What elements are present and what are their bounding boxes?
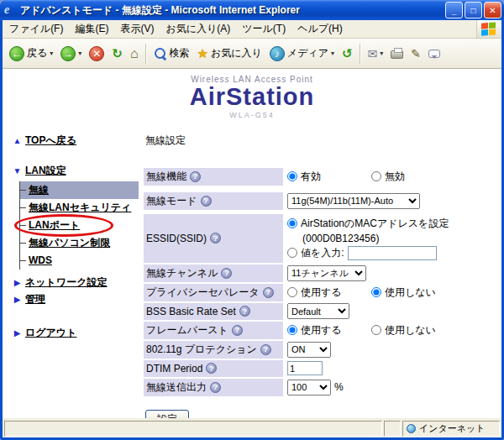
history-button[interactable]: ↺ bbox=[339, 45, 356, 63]
channel-select[interactable]: 11チャンネル bbox=[287, 265, 366, 281]
apply-button[interactable]: 設定 bbox=[145, 410, 189, 418]
privacy-use-radio[interactable] bbox=[287, 287, 297, 297]
home-button[interactable]: ⌂ bbox=[127, 45, 142, 63]
sidebar-item-wds[interactable]: WDS bbox=[20, 252, 139, 270]
menu-favorites[interactable]: お気に入り(A) bbox=[160, 20, 236, 38]
back-label: 戻る bbox=[27, 46, 47, 60]
help-icon[interactable]: ? bbox=[201, 196, 212, 207]
sidebar-top-label: TOPへ戻る bbox=[25, 134, 76, 148]
frameburst-nouse-label: 使用しない bbox=[385, 323, 436, 338]
help-icon[interactable]: ? bbox=[260, 344, 271, 355]
function-disabled-option[interactable]: 無効 bbox=[371, 170, 405, 184]
discuss-button[interactable] bbox=[425, 48, 444, 60]
privacy-use-option[interactable]: 使用する bbox=[287, 285, 368, 300]
frameburst-use-label: 使用する bbox=[301, 323, 342, 338]
triangle-right-icon: ▶ bbox=[13, 295, 22, 304]
row-bss-rate: BSS Basic Rate Set ? Default bbox=[144, 303, 495, 320]
search-button[interactable]: 検索 bbox=[150, 45, 193, 62]
txpower-unit: % bbox=[334, 381, 344, 393]
menu-tools[interactable]: ツール(T) bbox=[236, 20, 291, 38]
help-icon[interactable]: ? bbox=[263, 287, 274, 298]
sidebar-item-logout[interactable]: ▶ ログアウト bbox=[13, 325, 139, 342]
sidebar-item-network[interactable]: ▶ ネットワーク設定 bbox=[13, 275, 139, 291]
wireless-mode-label: 無線モード bbox=[146, 194, 197, 208]
help-icon[interactable]: ? bbox=[232, 325, 243, 336]
privacy-nouse-radio[interactable] bbox=[371, 287, 381, 297]
frameburst-use-radio[interactable] bbox=[287, 325, 297, 335]
help-icon[interactable]: ? bbox=[190, 171, 201, 182]
essid-mac-radio[interactable] bbox=[287, 218, 297, 228]
txpower-select[interactable]: 100 bbox=[287, 380, 331, 395]
mail-dropdown-icon[interactable]: ▾ bbox=[380, 50, 383, 57]
dtim-input[interactable] bbox=[287, 361, 323, 375]
sidebar-wireless-label: 無線 bbox=[29, 183, 49, 197]
menu-view[interactable]: 表示(V) bbox=[114, 20, 160, 38]
menu-edit[interactable]: 編集(E) bbox=[69, 20, 114, 38]
row-privacy-separator: プライバシーセパレータ ? 使用する 使用しない bbox=[144, 284, 495, 301]
search-icon bbox=[154, 47, 167, 60]
mail-button[interactable]: ✉ ▾ bbox=[365, 45, 387, 62]
help-icon[interactable]: ? bbox=[221, 268, 232, 279]
essid-manual-option[interactable]: 値を入力: bbox=[287, 246, 437, 260]
wireless-mode-select[interactable]: 11g(54M)/11b(11M)-Auto bbox=[287, 193, 420, 209]
stop-button[interactable]: ✕ bbox=[86, 45, 108, 63]
essid-mac-option[interactable]: AirStationのMACアドレスを設定 bbox=[287, 217, 449, 231]
print-button[interactable] bbox=[387, 46, 407, 60]
protection-select[interactable]: ON bbox=[287, 342, 331, 358]
sidebar-security-label: 無線LANセキュリティ bbox=[29, 201, 131, 215]
sidebar-item-wireless-security[interactable]: 無線LANセキュリティ bbox=[20, 199, 139, 217]
row-wireless-mode: 無線モード ? 11g(54M)/11b(11M)-Auto bbox=[144, 192, 495, 210]
back-dropdown-icon[interactable]: ▾ bbox=[50, 50, 53, 57]
menu-file[interactable]: ファイル(F) bbox=[3, 20, 69, 38]
frameburst-nouse-radio[interactable] bbox=[371, 325, 381, 335]
edit-button[interactable]: ✎ bbox=[407, 45, 424, 62]
frameburst-use-option[interactable]: 使用する bbox=[287, 323, 368, 338]
essid-manual-radio[interactable] bbox=[287, 248, 297, 258]
lan-subtree: 無線 無線LANセキュリティ LANポート 無線パソコン制限 bbox=[19, 181, 139, 270]
function-disabled-radio[interactable] bbox=[371, 171, 381, 181]
sidebar-item-pc-restriction[interactable]: 無線パソコン制限 bbox=[20, 234, 139, 252]
dtim-label: DTIM Period bbox=[146, 363, 202, 375]
forward-icon: → bbox=[60, 46, 76, 61]
media-dropdown-icon[interactable]: ▾ bbox=[331, 50, 334, 57]
help-icon[interactable]: ? bbox=[239, 306, 250, 317]
favorites-button[interactable]: ★ お気に入り bbox=[194, 45, 265, 63]
sidebar-item-lan-settings[interactable]: ▼ LAN設定 bbox=[13, 163, 139, 180]
essid-label: ESSID(SSID) bbox=[146, 233, 207, 244]
help-icon[interactable]: ? bbox=[210, 382, 221, 393]
media-button[interactable]: ♪ メディア ▾ bbox=[266, 45, 338, 63]
forward-dropdown-icon[interactable]: ▾ bbox=[78, 50, 81, 57]
refresh-button[interactable]: ↻ bbox=[108, 45, 126, 63]
sidebar-item-lan-port[interactable]: LANポート bbox=[20, 217, 139, 234]
menu-help[interactable]: ヘルプ(H) bbox=[291, 20, 349, 38]
history-icon: ↺ bbox=[342, 46, 353, 61]
sidebar-item-admin[interactable]: ▶ 管理 bbox=[13, 291, 139, 308]
back-button[interactable]: ← 戻る ▾ bbox=[6, 45, 56, 63]
function-enabled-option[interactable]: 有効 bbox=[287, 170, 368, 184]
sidebar-wds-label: WDS bbox=[29, 254, 52, 266]
essid-input[interactable] bbox=[348, 246, 437, 260]
close-button[interactable]: ✕ bbox=[484, 2, 501, 18]
status-zone-pane: インターネット bbox=[402, 421, 500, 437]
status-message-pane bbox=[4, 421, 382, 437]
essid-mac-label: AirStationのMACアドレスを設定 bbox=[301, 217, 449, 231]
row-wireless-channel: 無線チャンネル ? 11チャンネル bbox=[144, 265, 495, 282]
help-icon[interactable]: ? bbox=[206, 363, 217, 374]
sidebar-item-top[interactable]: ▲ TOPへ戻る bbox=[13, 133, 139, 149]
sidebar-item-wireless[interactable]: 無線 bbox=[20, 181, 139, 199]
forward-button[interactable]: → ▾ bbox=[57, 45, 85, 63]
txpower-label: 無線送信出力 bbox=[146, 380, 207, 395]
airstation-logo: AirStation bbox=[3, 84, 501, 111]
frameburst-nouse-option[interactable]: 使用しない bbox=[371, 323, 436, 338]
function-enabled-radio[interactable] bbox=[287, 171, 297, 181]
bss-select[interactable]: Default bbox=[287, 303, 349, 319]
stop-icon: ✕ bbox=[89, 46, 104, 61]
minimize-button[interactable]: _ bbox=[445, 2, 463, 18]
privacy-label: プライバシーセパレータ bbox=[146, 285, 260, 300]
maximize-button[interactable]: □ bbox=[465, 2, 482, 18]
status-bar: インターネット bbox=[3, 418, 501, 437]
triangle-right-icon: ▶ bbox=[13, 278, 22, 287]
privacy-nouse-option[interactable]: 使用しない bbox=[371, 285, 436, 300]
media-icon: ♪ bbox=[270, 46, 285, 61]
help-icon[interactable]: ? bbox=[210, 233, 221, 244]
